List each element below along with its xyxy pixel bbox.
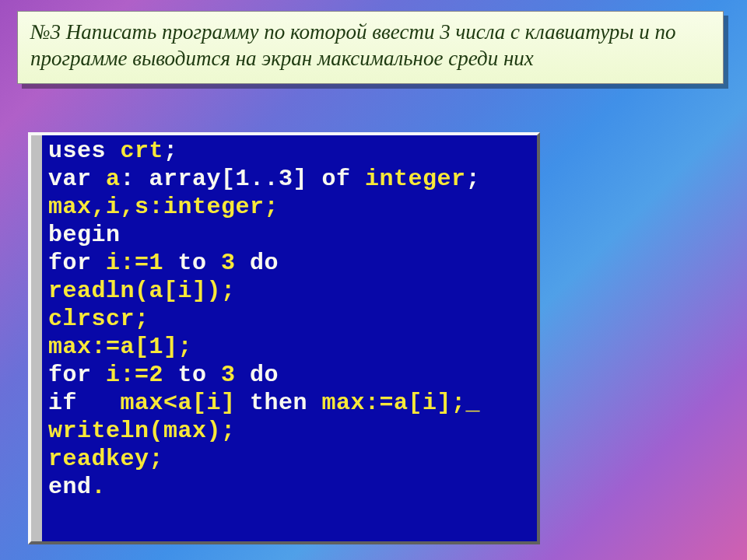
slide-stage: №3 Написать программу по которой ввести … (0, 0, 747, 560)
code-line: end. (48, 473, 531, 501)
cursor: _ (466, 390, 481, 416)
code-line: writeln(max); (48, 417, 531, 445)
code-window: uses crt; var a: array[1..3] of integer;… (28, 132, 540, 544)
code-line: max:=a[1]; (48, 333, 531, 361)
code-line: for i:=1 to 3 do (48, 249, 531, 277)
task-box: №3 Написать программу по которой ввести … (17, 11, 724, 84)
code-line: begin (48, 221, 531, 249)
code-line: if max<a[i] then max:=a[i];_ (48, 389, 531, 417)
code-line: readln(a[i]); (48, 277, 531, 305)
code-line: max,i,s:integer; (48, 193, 531, 221)
code-line: uses crt; (48, 137, 531, 165)
task-text: №3 Написать программу по которой ввести … (30, 19, 710, 72)
code-line: readkey; (48, 445, 531, 473)
code-line: clrscr; (48, 305, 531, 333)
code-line: var a: array[1..3] of integer; (48, 165, 531, 193)
code-area: uses crt; var a: array[1..3] of integer;… (31, 135, 537, 541)
code-line: for i:=2 to 3 do (48, 361, 531, 389)
